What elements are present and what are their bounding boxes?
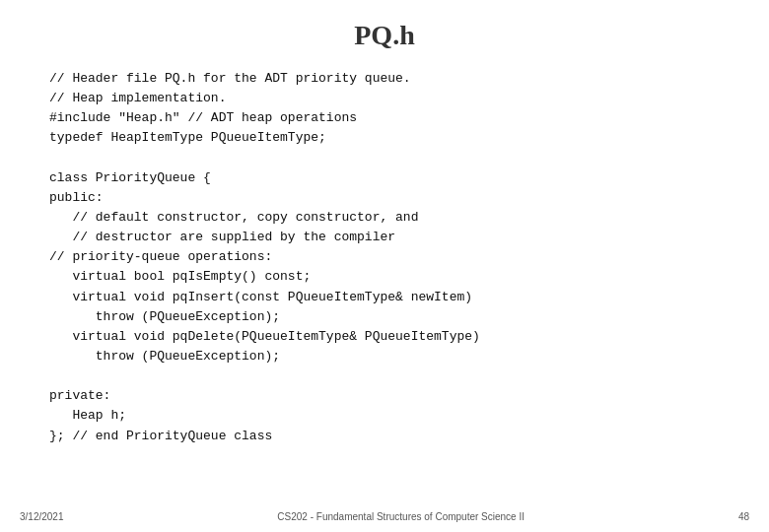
footer-date: 3/12/2021 (20, 511, 64, 522)
footer-course: CS202 - Fundamental Structures of Comput… (277, 511, 524, 522)
code-block: // Header file PQ.h for the ADT priority… (49, 69, 730, 446)
footer-page: 48 (738, 511, 749, 522)
footer: 3/12/2021 CS202 - Fundamental Structures… (0, 511, 769, 522)
slide-title: PQ.h (39, 20, 730, 51)
slide-container: PQ.h // Header file PQ.h for the ADT pri… (0, 0, 769, 532)
